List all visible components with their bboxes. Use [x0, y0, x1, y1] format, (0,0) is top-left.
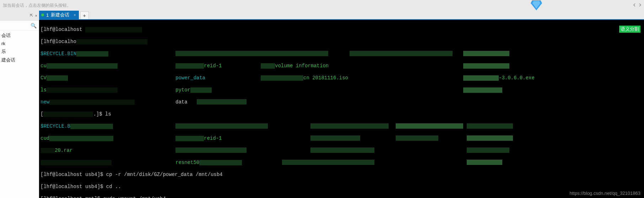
command-line: [lhf@localhost usb4]$ cd ..	[40, 184, 121, 189]
sidebar-item-session[interactable]: 会话	[0, 31, 39, 40]
tab-label: 新建会话	[51, 12, 69, 18]
command-line: [lhf@localhost usb4]$ cp -r /mnt/disk/GZ…	[40, 172, 222, 177]
redacted	[47, 63, 118, 69]
redacted	[350, 51, 453, 56]
redacted	[396, 123, 463, 129]
dir-entry: cud	[40, 135, 49, 141]
prompt-line: [	[40, 111, 43, 117]
redacted	[261, 75, 303, 81]
content-area: 1 新建会话 × + [lhf@localhost [lhf@localho $…	[39, 11, 644, 198]
top-hint-bar: 加当前会话，点击左侧的箭头按钮。	[0, 0, 644, 11]
status-dot-icon	[41, 14, 44, 16]
dir-entry: pytor	[175, 87, 190, 93]
redacted	[467, 123, 513, 129]
redacted	[49, 100, 135, 105]
tab-add-button[interactable]: +	[80, 11, 89, 19]
redacted	[76, 51, 108, 57]
prompt-line: [lhf@localhost	[40, 27, 82, 32]
redacted	[175, 63, 204, 69]
file-entry: resnet50	[175, 160, 199, 165]
sidebar-item-new[interactable]: 建会话	[0, 56, 39, 64]
watermark-text: https://blog.csdn.net/qq_32101863	[570, 191, 641, 196]
app-logo-icon	[530, 0, 543, 12]
nav-left-icon[interactable]	[633, 3, 637, 7]
redacted	[43, 112, 93, 117]
terminal-output[interactable]: [lhf@localhost [lhf@localho $RECYCLE.BIN…	[39, 20, 644, 198]
redacted	[40, 160, 112, 165]
dir-entry: volume information	[275, 63, 329, 69]
dir-entry: reid-1	[204, 135, 222, 141]
redacted	[47, 75, 68, 81]
nav-right-icon[interactable]	[638, 3, 643, 7]
command-line: [lhf@localhost mnt]$ sudo umount /mnt/us…	[40, 196, 166, 198]
tab-session-1[interactable]: 1 新建会话 ×	[39, 11, 79, 19]
redacted	[463, 63, 509, 69]
redacted	[85, 27, 142, 32]
redacted	[463, 51, 509, 56]
search-icon: 🔍	[31, 23, 37, 28]
dir-entry: ls	[40, 87, 47, 93]
redacted	[282, 160, 374, 165]
redacted	[310, 148, 374, 153]
session-list: 会话 rk 乐 建会话	[0, 31, 39, 198]
hint-text: 加当前会话，点击左侧的箭头按钮。	[3, 2, 71, 9]
file-entry: 20.rar	[55, 148, 72, 153]
redacted	[190, 87, 212, 93]
sidebar-close-icon[interactable]: ×	[35, 14, 37, 18]
tab-close-icon[interactable]: ×	[74, 13, 76, 17]
svg-marker-1	[532, 1, 540, 9]
tab-index: 1	[46, 12, 49, 18]
redacted	[199, 160, 242, 165]
redacted	[40, 148, 55, 153]
dir-entry: CV	[40, 75, 47, 81]
redacted	[463, 87, 502, 93]
redacted	[261, 63, 275, 69]
nav-arrows	[633, 3, 643, 7]
redacted	[310, 123, 389, 129]
text: data	[175, 99, 188, 105]
dir-entry: $RECYCLE.B	[40, 123, 70, 129]
redacted	[463, 75, 499, 81]
file-entry: -3.0.6.0.exe	[499, 75, 535, 81]
dir-entry: cu	[40, 63, 47, 69]
sidebar-header: ⇱ ×	[0, 11, 39, 21]
tab-bar: 1 新建会话 × +	[39, 11, 644, 20]
redacted	[197, 99, 247, 105]
redacted	[310, 135, 360, 141]
sidebar-item-rk[interactable]: rk	[0, 40, 39, 47]
redacted	[175, 51, 328, 56]
annotation-badge: 语义分割	[619, 26, 640, 33]
redacted	[175, 123, 268, 129]
redacted	[467, 148, 509, 153]
redacted	[70, 124, 113, 129]
dir-entry: new	[40, 99, 49, 105]
redacted	[175, 148, 247, 153]
dir-entry: $RECYCLE.BIN	[40, 51, 76, 57]
dir-entry: power_data	[175, 75, 205, 81]
dir-entry: cn 20181116.iso	[303, 75, 348, 81]
redacted	[49, 136, 113, 141]
dir-entry: reid-1	[204, 63, 222, 69]
prompt-line: [lhf@localho	[40, 39, 76, 44]
redacted	[175, 136, 204, 141]
redacted	[467, 160, 502, 165]
redacted	[396, 135, 438, 141]
redacted	[47, 87, 118, 93]
pin-icon[interactable]: ⇱	[30, 13, 33, 18]
sidebar-item-music[interactable]: 乐	[0, 47, 39, 56]
redacted	[467, 135, 513, 141]
redacted	[76, 39, 147, 44]
prompt-line: .]$ ls	[93, 111, 111, 117]
sidebar-search[interactable]: 🔍	[0, 21, 39, 31]
session-sidebar: ⇱ × 🔍 会话 rk 乐 建会话	[0, 11, 39, 198]
